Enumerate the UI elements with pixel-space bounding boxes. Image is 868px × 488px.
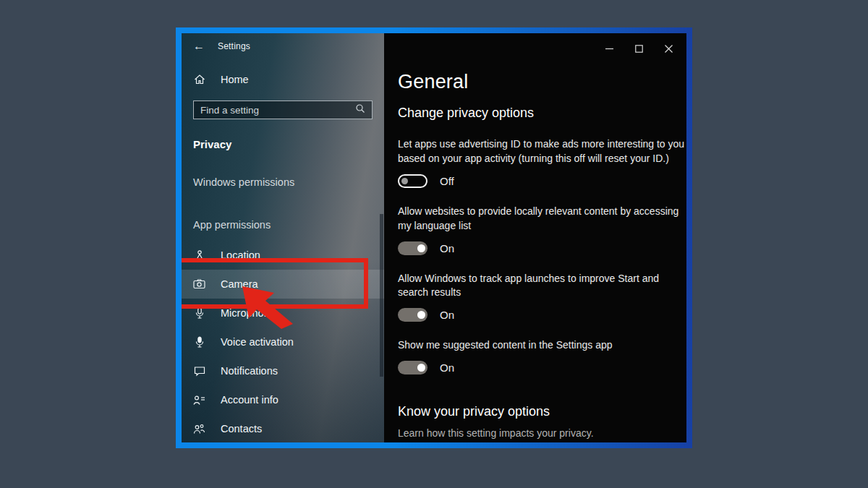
sidebar-item-account-info[interactable]: Account info [182, 385, 384, 414]
sidebar-item-home[interactable]: Home [182, 65, 384, 94]
search-input[interactable]: Find a setting [193, 100, 373, 119]
setting-description-advertising-id: Let apps use advertising ID to make ads … [398, 137, 685, 166]
notifications-icon [193, 365, 205, 377]
sidebar-section-title: Privacy [193, 138, 384, 150]
page-title: General [398, 71, 686, 93]
setting-description-app-launches: Allow Windows to track app launches to i… [398, 272, 685, 301]
setting-description-suggested-content: Show me suggested content in the Setting… [398, 338, 685, 353]
sidebar-item-label: Account info [221, 394, 278, 406]
home-icon [193, 74, 205, 86]
setting-description-language-list: Allow websites to provide locally releva… [398, 205, 685, 234]
toggle-suggested-content[interactable] [398, 361, 427, 374]
toggle-advertising-id[interactable] [398, 174, 427, 188]
setting-row: On [398, 308, 686, 322]
sidebar-item-label: Contacts [221, 423, 262, 435]
maximize-button[interactable] [624, 39, 654, 58]
toggle-knob [417, 364, 425, 372]
setting-row: On [398, 241, 686, 255]
settings-window-content: ← Settings Home Find a setting Privacy [182, 33, 686, 442]
toggle-knob [417, 244, 425, 252]
settings-window: ← Settings Home Find a setting Privacy [176, 27, 692, 448]
voice-activation-icon [193, 336, 205, 348]
sidebar-item-camera[interactable]: Camera [182, 270, 384, 299]
location-icon [193, 249, 205, 262]
sidebar-item-location[interactable]: Location [182, 241, 384, 270]
app-title: Settings [218, 41, 250, 51]
close-button[interactable] [654, 39, 684, 58]
toggle-state-label: On [440, 309, 454, 321]
sidebar-group-app-permissions: App permissions [193, 219, 384, 231]
know-privacy-subtitle: Learn how this setting impacts your priv… [398, 427, 686, 439]
sidebar-item-label: Home [221, 74, 249, 85]
sidebar-item-label: Location [221, 249, 260, 261]
sidebar-item-label: Notifications [221, 365, 278, 377]
main-content: General Change privacy options Let apps … [384, 33, 686, 442]
desktop-background: ← Settings Home Find a setting Privacy [0, 0, 868, 488]
sidebar-item-voice-activation[interactable]: Voice activation [182, 328, 384, 356]
setting-row: On [398, 361, 686, 374]
know-privacy-title: Know your privacy options [398, 404, 686, 419]
back-button[interactable]: ← [193, 40, 218, 53]
sidebar-item-label: Microphone [221, 307, 276, 319]
camera-icon [193, 278, 205, 291]
sidebar-scrollbar[interactable] [380, 214, 383, 377]
titlebar-left: ← Settings [182, 33, 384, 59]
sidebar-item-label: Camera [221, 278, 258, 290]
toggle-knob [417, 311, 425, 319]
toggle-state-label: On [440, 242, 454, 254]
sidebar-group-windows-permissions[interactable]: Windows permissions [193, 176, 384, 188]
toggle-state-label: Off [440, 175, 454, 187]
sidebar-item-label: Voice activation [221, 336, 294, 348]
sidebar: ← Settings Home Find a setting Privacy [182, 33, 384, 442]
toggle-language-list[interactable] [398, 241, 427, 255]
account-info-icon [193, 394, 205, 406]
contacts-icon [193, 423, 205, 435]
window-controls [595, 39, 684, 58]
setting-row: Off [398, 174, 686, 188]
toggle-state-label: On [440, 361, 454, 374]
sidebar-item-contacts[interactable]: Contacts [182, 414, 384, 442]
sidebar-item-notifications[interactable]: Notifications [182, 356, 384, 385]
search-placeholder: Find a setting [200, 105, 259, 116]
microphone-icon [193, 307, 205, 320]
section-title: Change privacy options [398, 106, 686, 121]
search-icon[interactable] [355, 103, 365, 116]
toggle-app-launches[interactable] [398, 308, 427, 322]
sidebar-item-microphone[interactable]: Microphone [182, 299, 384, 328]
toggle-knob [401, 178, 408, 184]
minimize-button[interactable] [595, 39, 624, 58]
